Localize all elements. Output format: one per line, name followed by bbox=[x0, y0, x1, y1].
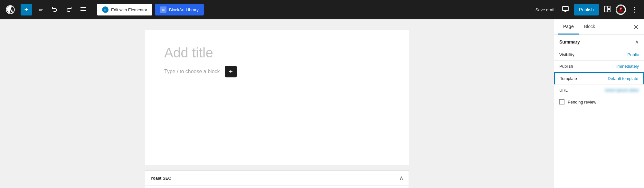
svg-text:Y: Y bbox=[620, 7, 622, 11]
publish-row: Publish Immediately bbox=[554, 61, 644, 72]
yoast-seo-section: Yoast SEO ∧ ✕ SEO ✕ Readability ⊞ Schema… bbox=[145, 170, 409, 188]
main-area: Add title Type / to choose a block + Yoa… bbox=[0, 19, 644, 188]
monitor-icon bbox=[562, 5, 569, 14]
wp-logo bbox=[4, 3, 17, 16]
add-block-toolbar-button[interactable]: + bbox=[21, 4, 32, 15]
visibility-row: Visibility Public bbox=[554, 49, 644, 61]
svg-rect-8 bbox=[608, 6, 610, 9]
save-draft-button[interactable]: Save draft bbox=[533, 7, 557, 12]
yoast-avatar: Y bbox=[616, 5, 626, 15]
toolbar: + ✏ e Edit wit bbox=[0, 0, 644, 19]
yoast-tab-readability[interactable]: ✕ Readability bbox=[175, 186, 212, 188]
pencil-icon: ✏ bbox=[39, 7, 43, 13]
yoast-tabs: ✕ SEO ✕ Readability ⊞ Schema ⊹ Social bbox=[145, 186, 409, 188]
sidebar-tabs: Page Block ✕ bbox=[554, 19, 644, 35]
publish-row-value[interactable]: Immediately bbox=[616, 64, 639, 69]
summary-section: Summary ∧ bbox=[554, 35, 644, 49]
preview-button[interactable] bbox=[560, 4, 571, 15]
svg-rect-7 bbox=[604, 6, 607, 12]
template-value[interactable]: Default template bbox=[608, 76, 638, 81]
content-area: Type / to choose a block + bbox=[164, 66, 390, 77]
yoast-section-title: Yoast SEO bbox=[150, 176, 172, 181]
elementor-icon: e bbox=[102, 6, 109, 13]
publish-button[interactable]: Publish bbox=[574, 4, 599, 15]
tab-block[interactable]: Block bbox=[579, 19, 600, 35]
editor-canvas: Add title Type / to choose a block + bbox=[145, 30, 409, 165]
publish-row-label: Publish bbox=[559, 64, 573, 69]
pending-review-row: Pending review bbox=[554, 96, 644, 108]
add-block-inline-button[interactable]: + bbox=[225, 66, 237, 77]
visibility-value[interactable]: Public bbox=[628, 52, 639, 57]
blockart-library-button[interactable]: ⊞ BlockArt Library bbox=[155, 4, 204, 15]
pending-review-label: Pending review bbox=[568, 100, 596, 104]
separator bbox=[93, 5, 93, 14]
summary-section-header[interactable]: Summary ∧ bbox=[559, 39, 639, 45]
yoast-section-header[interactable]: Yoast SEO ∧ bbox=[145, 171, 409, 186]
yoast-tab-social[interactable]: ⊹ Social bbox=[244, 186, 271, 188]
plus-inline-icon: + bbox=[229, 68, 233, 75]
title-field[interactable]: Add title bbox=[164, 45, 390, 61]
url-value[interactable]: lorem-ipsum-dolor bbox=[605, 88, 639, 93]
yoast-tab-seo[interactable]: ✕ SEO bbox=[150, 186, 175, 188]
pending-review-checkbox[interactable] bbox=[559, 99, 564, 104]
more-options-icon: ⋮ bbox=[631, 5, 638, 14]
right-sidebar: Page Block ✕ Summary ∧ Visibility Public… bbox=[554, 19, 644, 188]
edit-with-elementor-button[interactable]: e Edit with Elementor bbox=[97, 4, 152, 15]
url-row: URL lorem-ipsum-dolor bbox=[554, 84, 644, 96]
tools-button[interactable]: ✏ bbox=[35, 4, 46, 15]
settings-toggle-button[interactable] bbox=[601, 4, 613, 15]
template-label: Template bbox=[560, 76, 577, 81]
blockart-icon: ⊞ bbox=[160, 6, 166, 13]
undo-icon bbox=[52, 6, 58, 14]
redo-icon bbox=[66, 6, 72, 14]
undo-button[interactable] bbox=[49, 4, 61, 15]
summary-collapse-icon: ∧ bbox=[635, 39, 639, 45]
content-placeholder-text: Type / to choose a block bbox=[164, 69, 220, 74]
summary-title: Summary bbox=[559, 39, 580, 45]
sidebar-close-button[interactable]: ✕ bbox=[632, 22, 640, 32]
editor-area: Add title Type / to choose a block + Yoa… bbox=[0, 19, 554, 188]
close-icon: ✕ bbox=[633, 24, 639, 31]
menu-icon bbox=[80, 6, 86, 14]
layout-icon bbox=[604, 5, 611, 14]
yoast-tab-schema[interactable]: ⊞ Schema bbox=[212, 186, 244, 188]
blockart-button-label: BlockArt Library bbox=[169, 7, 199, 12]
plus-icon: + bbox=[24, 5, 29, 14]
more-options-button[interactable]: ⋮ bbox=[629, 4, 640, 15]
template-row: Template Default template bbox=[554, 72, 644, 84]
document-overview-button[interactable] bbox=[77, 4, 89, 15]
redo-button[interactable] bbox=[63, 4, 75, 15]
svg-rect-9 bbox=[608, 9, 610, 12]
url-label: URL bbox=[559, 88, 568, 93]
tab-page[interactable]: Page bbox=[558, 19, 579, 35]
svg-rect-4 bbox=[563, 6, 568, 11]
elementor-button-label: Edit with Elementor bbox=[111, 7, 147, 12]
visibility-label: Visibility bbox=[559, 52, 574, 57]
yoast-collapse-icon: ∧ bbox=[399, 174, 403, 182]
